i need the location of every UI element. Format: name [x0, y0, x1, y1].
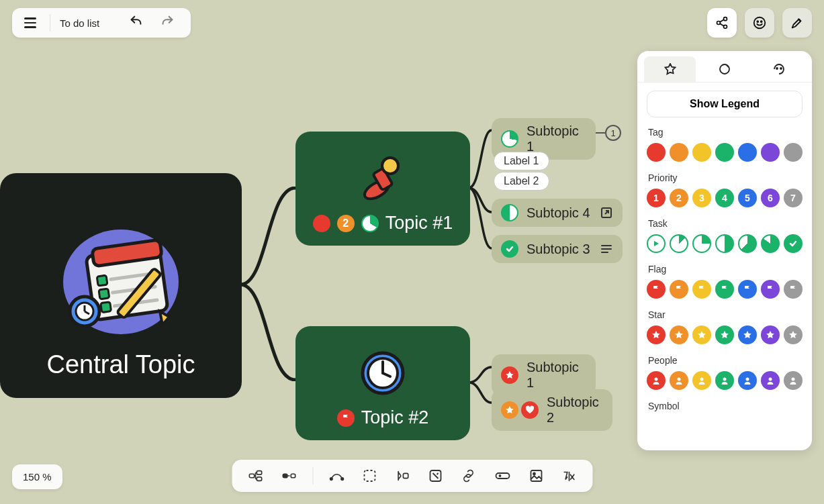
svg-point-54: [769, 378, 772, 381]
svg-point-49: [655, 378, 658, 381]
swatch-task-start[interactable]: [647, 234, 666, 253]
section-star-title: Star: [648, 309, 803, 320]
central-topic-title: Central Topic: [46, 350, 195, 379]
row-flag: [647, 280, 803, 299]
tag-swatch-6[interactable]: [784, 143, 803, 162]
subtopic-node-4[interactable]: Subtopic 4: [492, 199, 623, 227]
share-button[interactable]: [707, 8, 737, 38]
tag-swatch-2[interactable]: [692, 143, 711, 162]
svg-point-51: [700, 378, 704, 381]
tag-swatch-4[interactable]: [738, 143, 757, 162]
svg-rect-9: [283, 474, 287, 478]
connection-button[interactable]: [322, 466, 351, 485]
markers-panel: Show Legend Tag Priority 1234567 Task Fl…: [637, 51, 812, 450]
priority-swatch-7[interactable]: 7: [784, 189, 803, 207]
tag-swatch-0[interactable]: [647, 143, 666, 162]
star-red-icon: [501, 366, 518, 384]
attachment-button[interactable]: [488, 466, 517, 485]
flag-swatch-5[interactable]: [761, 280, 780, 299]
svg-rect-23: [97, 275, 107, 286]
task-half-icon: [501, 204, 518, 221]
flag-swatch-4[interactable]: [738, 280, 757, 299]
priority-swatch-1[interactable]: 1: [647, 189, 666, 207]
tab-markers[interactable]: [644, 56, 696, 82]
priority-swatch-4[interactable]: 4: [715, 189, 734, 207]
label-chip-2[interactable]: Label 2: [494, 172, 549, 191]
priority-swatch-2[interactable]: 2: [670, 189, 688, 207]
document-title[interactable]: To do list: [60, 17, 118, 29]
stickers-button[interactable]: [745, 8, 774, 38]
swatch-task-62[interactable]: [738, 234, 757, 253]
tab-illustrations[interactable]: [753, 56, 805, 82]
tab-stickers[interactable]: [698, 56, 750, 82]
star-swatch-0[interactable]: [647, 325, 666, 344]
tag-swatch-3[interactable]: [715, 143, 734, 162]
flag-swatch-3[interactable]: [715, 280, 734, 299]
tag-swatch-5[interactable]: [761, 143, 780, 162]
external-link-icon[interactable]: [600, 206, 613, 219]
people-swatch-0[interactable]: [647, 371, 666, 390]
divider: [50, 14, 50, 32]
swatch-task-12[interactable]: [670, 234, 688, 253]
people-swatch-3[interactable]: [715, 371, 734, 390]
menu-button[interactable]: [20, 13, 40, 32]
priority-swatch-5[interactable]: 5: [738, 189, 757, 207]
people-swatch-1[interactable]: [670, 371, 688, 390]
central-topic-node[interactable]: Central Topic: [0, 173, 242, 398]
flag-swatch-0[interactable]: [647, 280, 666, 299]
people-swatch-2[interactable]: [692, 371, 711, 390]
add-child-button[interactable]: [241, 465, 269, 487]
star-swatch-3[interactable]: [715, 325, 734, 344]
flag-swatch-6[interactable]: [784, 280, 803, 299]
star-swatch-2[interactable]: [692, 325, 711, 344]
priority-swatch-6[interactable]: 6: [761, 189, 780, 207]
svg-point-17: [499, 475, 500, 476]
section-priority-title: Priority: [648, 172, 803, 183]
people-swatch-5[interactable]: [761, 371, 780, 390]
row-tag: [647, 143, 803, 162]
people-swatch-6[interactable]: [784, 371, 803, 390]
add-sibling-button[interactable]: [275, 467, 303, 485]
svg-point-50: [678, 378, 681, 381]
child-count-badge[interactable]: 1: [605, 125, 621, 141]
people-swatch-4[interactable]: [738, 371, 757, 390]
equation-button[interactable]: [555, 465, 583, 487]
link-button[interactable]: [454, 465, 482, 487]
star-swatch-1[interactable]: [670, 325, 688, 344]
svg-point-47: [776, 68, 778, 69]
boundary-button[interactable]: [356, 465, 383, 487]
label-chip-1[interactable]: Label 1: [494, 152, 549, 170]
subtopic-node-6[interactable]: Subtopic 2: [492, 389, 612, 431]
topic1-art: [357, 152, 409, 205]
tag-red-icon: [313, 215, 330, 232]
svg-rect-16: [496, 473, 509, 478]
style-button[interactable]: [782, 8, 812, 38]
svg-marker-30: [160, 311, 169, 325]
star-swatch-4[interactable]: [738, 325, 757, 344]
panel-tabs: [637, 51, 812, 83]
divider: [312, 467, 313, 485]
flag-swatch-2[interactable]: [692, 280, 711, 299]
note-button[interactable]: [422, 465, 449, 487]
topic-node-2[interactable]: Topic #2: [295, 326, 470, 440]
note-icon[interactable]: [600, 244, 613, 254]
star-swatch-6[interactable]: [784, 325, 803, 344]
topic-node-1[interactable]: 2 Topic #1: [295, 132, 470, 246]
swatch-task-85[interactable]: [761, 234, 780, 253]
priority-swatch-3[interactable]: 3: [692, 189, 711, 207]
swatch-task-50[interactable]: [715, 234, 734, 253]
subtopic-node-3[interactable]: Subtopic 3: [492, 235, 623, 263]
show-legend-button[interactable]: Show Legend: [647, 91, 803, 117]
section-symbol-title: Symbol: [648, 401, 803, 411]
flag-swatch-1[interactable]: [670, 280, 688, 299]
swatch-task-25[interactable]: [692, 234, 711, 253]
summary-button[interactable]: [388, 466, 416, 486]
tag-swatch-1[interactable]: [670, 143, 688, 162]
svg-point-5: [761, 21, 762, 22]
image-button[interactable]: [522, 465, 549, 487]
undo-button[interactable]: [124, 10, 149, 36]
zoom-indicator[interactable]: 150 %: [12, 464, 62, 489]
swatch-task-done[interactable]: [784, 234, 803, 253]
redo-button[interactable]: [154, 10, 180, 36]
star-swatch-5[interactable]: [761, 325, 780, 344]
